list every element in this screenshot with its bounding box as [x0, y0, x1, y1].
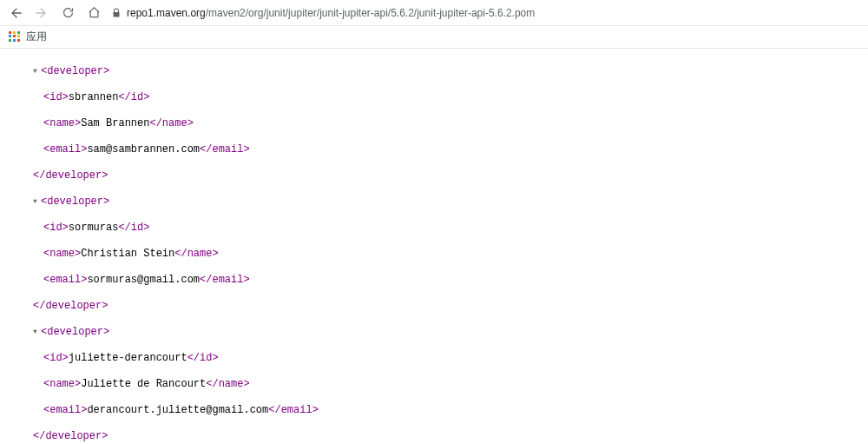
- address-bar[interactable]: repo1.maven.org/maven2/org/junit/jupiter…: [111, 7, 861, 19]
- home-icon: [88, 6, 101, 19]
- apps-icon[interactable]: [9, 31, 21, 43]
- back-button[interactable]: [7, 4, 24, 22]
- reload-icon: [62, 6, 75, 19]
- apps-label[interactable]: 应用: [26, 30, 47, 44]
- reload-button[interactable]: [59, 4, 76, 22]
- arrow-right-icon: [35, 6, 49, 20]
- home-button[interactable]: [85, 4, 102, 22]
- xml-viewer[interactable]: ▼<developer> <id>sbrannen</id> <name>Sam…: [0, 49, 868, 444]
- url-text: repo1.maven.org/maven2/org/junit/jupiter…: [127, 7, 535, 19]
- browser-toolbar: repo1.maven.org/maven2/org/junit/jupiter…: [0, 0, 868, 26]
- forward-button[interactable]: [33, 4, 50, 22]
- arrow-left-icon: [9, 6, 23, 20]
- lock-icon: [111, 8, 122, 18]
- bookmarks-bar: 应用: [0, 26, 868, 49]
